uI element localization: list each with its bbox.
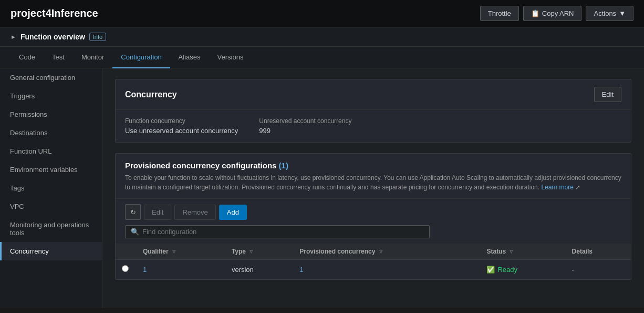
unreserved-concurrency-field: Unreserved account concurrency 999 [259, 117, 351, 135]
sidebar-item-permissions[interactable]: Permissions [0, 105, 102, 124]
tab-test[interactable]: Test [44, 47, 73, 68]
overview-bar: ► Function overview Info [0, 27, 644, 47]
unreserved-label: Unreserved account concurrency [259, 117, 351, 125]
concurrency-card: Concurrency Edit Function concurrency Us… [115, 79, 631, 143]
refresh-button[interactable]: ↻ [125, 204, 141, 220]
table-row: 1 version 1 ✅ Ready - [116, 260, 631, 279]
actions-button[interactable]: Actions ▼ [586, 6, 633, 21]
provisioned-concurrency-sort-icon: ▿ [379, 248, 382, 255]
qualifier-col-header[interactable]: Qualifier ▿ [137, 244, 225, 260]
tab-configuration[interactable]: Configuration [112, 47, 170, 68]
details-col-header: Details [566, 244, 631, 260]
tabs-bar: Code Test Monitor Configuration Aliases … [0, 47, 644, 68]
tab-code[interactable]: Code [11, 47, 44, 68]
status-col-header[interactable]: Status ▿ [480, 244, 565, 260]
provisioned-table: Qualifier ▿ Type ▿ Provisioned concurren… [116, 244, 631, 279]
provisioned-concurrency-col-header[interactable]: Provisioned concurrency ▿ [293, 244, 480, 260]
external-link-icon: ➚ [575, 184, 580, 191]
chevron-down-icon: ▼ [619, 9, 626, 17]
provisioned-count: (1) [279, 161, 288, 170]
provisioned-concurrency-link[interactable]: 1 [299, 266, 303, 274]
tab-aliases[interactable]: Aliases [170, 47, 209, 68]
type-col-header[interactable]: Type ▿ [225, 244, 293, 260]
concurrency-header: Concurrency Edit [116, 79, 631, 110]
provisioned-remove-button[interactable]: Remove [174, 205, 215, 220]
qualifier-cell: 1 [137, 260, 225, 279]
provisioned-add-button[interactable]: Add [219, 205, 247, 220]
details-cell: - [566, 260, 631, 279]
concurrency-body: Function concurrency Use unreserved acco… [116, 110, 631, 142]
search-icon: 🔍 [131, 228, 139, 236]
search-box: 🔍 [125, 225, 430, 238]
sidebar-item-triggers[interactable]: Triggers [0, 87, 102, 105]
sidebar-item-function-url[interactable]: Function URL [0, 142, 102, 160]
status-ready: ✅ Ready [486, 266, 559, 274]
expand-icon[interactable]: ► [11, 34, 16, 40]
provisioned-edit-button[interactable]: Edit [144, 205, 171, 220]
sidebar-item-concurrency[interactable]: Concurrency [0, 242, 102, 260]
header: project4Inference Throttle 📋 Copy ARN Ac… [0, 0, 644, 27]
sidebar-item-destinations[interactable]: Destinations [0, 124, 102, 142]
content-layout: General configuration Triggers Permissio… [0, 68, 644, 308]
provisioned-toolbar: ↻ Edit Remove Add [116, 198, 631, 225]
concurrency-edit-button[interactable]: Edit [594, 87, 621, 102]
app-title: project4Inference [11, 7, 98, 19]
sidebar-item-vpc[interactable]: VPC [0, 197, 102, 216]
concurrency-title: Concurrency [125, 90, 177, 99]
function-concurrency-field: Function concurrency Use unreserved acco… [125, 117, 238, 135]
type-cell: version [225, 260, 293, 279]
sidebar-item-monitoring[interactable]: Monitoring and operations tools [0, 216, 102, 242]
overview-title: Function overview [20, 33, 85, 41]
qualifier-sort-icon: ▿ [172, 248, 175, 255]
function-concurrency-value: Use unreserved account concurrency [125, 127, 238, 135]
header-actions: Throttle 📋 Copy ARN Actions ▼ [480, 6, 633, 21]
type-sort-icon: ▿ [250, 248, 253, 255]
tab-monitor[interactable]: Monitor [73, 47, 112, 68]
provisioned-title: Provisioned concurrency configurations (… [125, 161, 621, 170]
provisioned-section: Provisioned concurrency configurations (… [115, 153, 631, 280]
provisioned-desc: To enable your function to scale without… [125, 173, 621, 192]
sidebar-item-env-vars[interactable]: Environment variables [0, 160, 102, 179]
search-input[interactable] [142, 228, 424, 236]
info-badge[interactable]: Info [89, 33, 106, 41]
table-header-row: Qualifier ▿ Type ▿ Provisioned concurren… [116, 244, 631, 260]
select-all-col [116, 244, 137, 260]
learn-more-link[interactable]: Learn more [541, 184, 573, 191]
copy-icon: 📋 [531, 9, 539, 17]
main-content: Concurrency Edit Function concurrency Us… [102, 68, 644, 308]
copy-arn-button[interactable]: 📋 Copy ARN [523, 6, 582, 21]
provisioned-header: Provisioned concurrency configurations (… [116, 154, 631, 192]
check-circle-icon: ✅ [486, 266, 495, 274]
throttle-button[interactable]: Throttle [480, 6, 519, 21]
unreserved-value: 999 [259, 127, 351, 135]
provisioned-concurrency-cell: 1 [293, 260, 480, 279]
status-cell: ✅ Ready [480, 260, 565, 279]
row-radio-input[interactable] [122, 265, 129, 272]
sidebar-item-tags[interactable]: Tags [0, 179, 102, 197]
qualifier-link[interactable]: 1 [143, 266, 147, 274]
tab-versions[interactable]: Versions [209, 47, 252, 68]
function-concurrency-label: Function concurrency [125, 117, 238, 125]
status-sort-icon: ▿ [510, 248, 513, 255]
row-radio-cell[interactable] [116, 260, 137, 279]
sidebar-item-general[interactable]: General configuration [0, 68, 102, 87]
sidebar: General configuration Triggers Permissio… [0, 68, 102, 308]
